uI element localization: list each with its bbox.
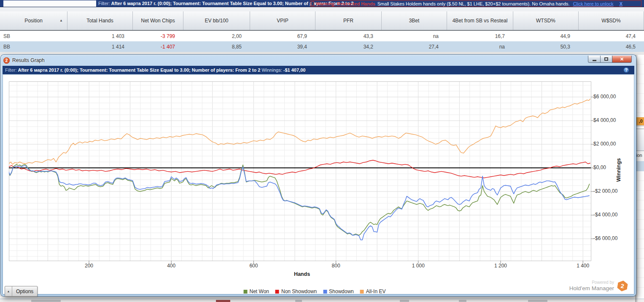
x-tick-label: 1 400 xyxy=(568,263,598,269)
y-axis-title: Winnings xyxy=(616,158,622,182)
brand-text: Hold'em Manager xyxy=(569,285,614,292)
series-showdown xyxy=(9,165,590,240)
winnings-value: -$1 407,00 xyxy=(283,67,306,73)
x-tick-label: 1 200 xyxy=(486,263,515,269)
warning-icon xyxy=(311,1,314,6)
legend-label: Showdown xyxy=(329,289,354,294)
cell-4bet-from-sb-vs-resteal: 16,7 xyxy=(447,33,513,39)
warning-label: Warning: Restricted Hands xyxy=(316,1,375,6)
series-non-showdown xyxy=(9,160,590,178)
column-header-total-hands[interactable]: Total Hands xyxy=(67,11,133,30)
minimize-button[interactable] xyxy=(588,56,601,63)
cell-net-won-chips: -1 407 xyxy=(133,44,183,50)
legend-swatch-icon xyxy=(244,290,248,294)
background-window-right-edge: ,0 ion xyxy=(635,55,644,302)
warning-text: Small Stakes Holdem hands only ($.50 NL,… xyxy=(377,1,570,6)
column-header-position[interactable]: Position▲ xyxy=(0,11,67,30)
series-net-won xyxy=(9,164,590,235)
help-button[interactable]: ? xyxy=(623,67,629,73)
cell-pfr: 34,2 xyxy=(315,44,382,50)
legend-swatch-icon xyxy=(323,290,327,294)
results-graph-window: 2 Results Graph ✕ Filter: After 6 марта … xyxy=(1,55,636,296)
column-header-4bet-from-sb-vs-resteal[interactable]: 4Bet from SB vs Resteal xyxy=(447,11,513,30)
column-header-ev-bb-100[interactable]: EV bb/100 xyxy=(183,11,250,30)
x-tick-label: 200 xyxy=(74,263,104,269)
window-titlebar[interactable]: 2 Results Graph xyxy=(3,55,633,66)
results-chart xyxy=(9,81,595,264)
redacted-label xyxy=(3,0,96,7)
legend-label: Net Won xyxy=(250,289,269,294)
close-button[interactable]: ✕ xyxy=(612,56,632,63)
winnings-label: Winnings: xyxy=(261,67,282,73)
options-label: Options xyxy=(12,286,37,296)
y-tick-label: -$6 000,00 xyxy=(593,235,627,241)
table-row-sb[interactable]: SB1 403-3 7992,0067,943,3na16,744,947,4 xyxy=(0,31,644,41)
legend-swatch-icon xyxy=(275,290,279,294)
column-header-wtsd[interactable]: WTSD% xyxy=(513,11,579,30)
y-tick-label: -$4 000,00 xyxy=(593,212,627,218)
chevron-up-icon: ▲ xyxy=(5,286,12,296)
table-top-strip xyxy=(0,7,644,11)
graph-filter-prefix: Filter: xyxy=(5,67,17,73)
warning-banner: Warning: Restricted Hands Small Stakes H… xyxy=(310,0,641,7)
table-header-row: Position▲Total HandsNet Won ChipsEV bb/1… xyxy=(0,11,644,31)
sort-asc-icon: ▲ xyxy=(59,19,63,23)
legend-item-showdown: Showdown xyxy=(323,289,354,294)
cell-net-won-chips: -3 799 xyxy=(133,33,183,39)
column-header-w-sd[interactable]: W$SD% xyxy=(579,11,644,30)
graph-filter-bar: Filter: After 6 марта 2017 г. (0:00); To… xyxy=(3,66,634,74)
hm2-app-icon: 2 xyxy=(3,57,10,64)
cell-wtsd: 50,3 xyxy=(513,44,579,50)
cell-position: SB xyxy=(0,33,67,39)
unlock-link[interactable]: Click here to unlock xyxy=(573,1,614,6)
graph-filter-text: After 6 марта 2017 г. (0:00); Tournament… xyxy=(18,67,261,73)
legend-item-non-showdown: Non Showdown xyxy=(275,289,317,294)
series-all-in-ev xyxy=(9,99,590,167)
filter-prefix: Filter: xyxy=(98,1,110,6)
chart-legend: Net WonNon ShowdownShowdownAll-In EV xyxy=(244,289,386,294)
x-tick-label: 400 xyxy=(156,263,186,269)
maximize-icon xyxy=(604,57,608,61)
hm2-logo-icon: 2 xyxy=(616,280,629,292)
cell-total-hands: 1 403 xyxy=(67,33,133,39)
legend-label: Non Showdown xyxy=(281,289,317,294)
cell-3bet: na xyxy=(382,33,447,39)
options-button[interactable]: ▲ Options xyxy=(5,286,38,297)
legend-item-all-in-ev: All-In EV xyxy=(360,289,386,294)
powered-by-block: Powered by Hold'em Manager 2 xyxy=(569,280,628,292)
x-axis-title: Hands xyxy=(285,271,319,277)
cell-w-sd: 47,4 xyxy=(579,33,644,39)
warning-close-link[interactable]: X xyxy=(620,1,622,6)
y-tick-label: $2 000,00 xyxy=(593,141,627,147)
cell-vpip: 39,4 xyxy=(250,44,315,50)
table-row-bb[interactable]: BB1 414-1 4078,8539,434,227,4na50,346,5 xyxy=(0,41,644,52)
maximize-button[interactable] xyxy=(601,56,612,63)
cell-position: BB xyxy=(0,44,67,50)
legend-item-net-won: Net Won xyxy=(244,289,269,294)
x-tick-label: 1 000 xyxy=(404,263,433,269)
y-tick-label: -$2 000,00 xyxy=(593,188,627,194)
x-tick-label: 800 xyxy=(321,263,351,269)
column-header-net-won-chips[interactable]: Net Won Chips xyxy=(133,11,183,30)
column-header-vpip[interactable]: VPIP xyxy=(250,11,315,30)
close-icon: ✕ xyxy=(620,57,624,62)
window-title: Results Graph xyxy=(12,57,45,63)
y-tick-label: $6 000,00 xyxy=(593,94,627,100)
cell-pfr: 43,3 xyxy=(315,33,382,39)
cell-vpip: 67,9 xyxy=(250,33,315,39)
screen: Filter: After 6 марта 2017 г. (0:00); To… xyxy=(0,0,644,302)
legend-label: All-In EV xyxy=(366,289,386,294)
window-controls: ✕ xyxy=(588,56,632,63)
minimize-icon xyxy=(593,60,596,61)
cell-ev-bb-100: 2,00 xyxy=(183,33,250,39)
column-header-pfr[interactable]: PFR xyxy=(315,11,382,30)
powered-by-text: Powered by xyxy=(569,280,614,286)
cell-4bet-from-sb-vs-resteal: na xyxy=(447,44,513,50)
cell-w-sd: 46,5 xyxy=(579,44,644,50)
cell-total-hands: 1 414 xyxy=(67,44,133,50)
cell-wtsd: 44,9 xyxy=(513,33,579,39)
cell-3bet: 27,4 xyxy=(382,44,447,50)
column-header-3bet[interactable]: 3Bet xyxy=(382,11,447,30)
legend-swatch-icon xyxy=(360,290,364,294)
y-tick-label: $4 000,00 xyxy=(593,117,627,123)
